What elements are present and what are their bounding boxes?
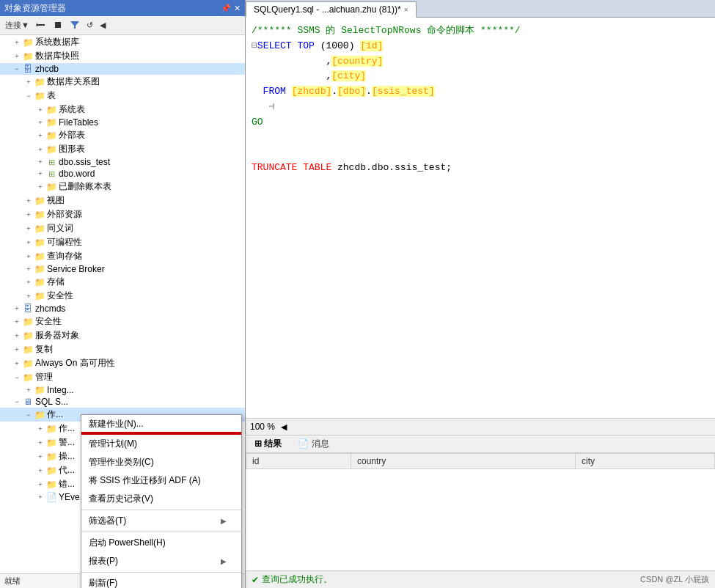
close-panel-icon[interactable]: ✕ bbox=[234, 4, 241, 13]
branding: CSDN @ZL 小屁孩 bbox=[640, 574, 709, 585]
menu-view-history[interactable]: 查看历史记录(V) bbox=[81, 490, 241, 508]
tree-item-sys-db[interactable]: + 📁 系统数据库 bbox=[0, 35, 245, 49]
tree-item-views[interactable]: + 📁 视图 bbox=[0, 194, 245, 207]
folder-icon: 📁 bbox=[34, 196, 45, 206]
toggle-icon[interactable]: + bbox=[12, 51, 22, 62]
tree-item-graph-tables[interactable]: + 📁 图形表 bbox=[0, 142, 245, 156]
sql-editor[interactable]: /****** SSMS 的 SelectTopNRows 命令的脚本 ****… bbox=[246, 18, 715, 418]
tree-label: 作... bbox=[59, 422, 75, 435]
toggle-icon[interactable]: + bbox=[35, 466, 45, 476]
toggle-icon[interactable]: − bbox=[12, 372, 22, 383]
folder-icon: 📁 bbox=[45, 479, 57, 490]
toggle-icon[interactable]: − bbox=[12, 64, 22, 74]
tree-item-db-diagram[interactable]: + 📁 数据库关系图 bbox=[0, 75, 245, 89]
toggle-icon[interactable]: + bbox=[35, 144, 45, 155]
tree-item-storage[interactable]: + 📁 存储 bbox=[0, 275, 245, 289]
results-tab-message[interactable]: 📄 消息 bbox=[292, 436, 334, 452]
toggle-icon[interactable]: + bbox=[23, 238, 34, 248]
toggle-icon[interactable]: + bbox=[23, 291, 34, 301]
toggle-icon[interactable]: + bbox=[23, 264, 34, 274]
menu-manage-category[interactable]: 管理作业类别(C) bbox=[81, 453, 241, 471]
tree-label: SQL S... bbox=[35, 397, 68, 407]
zoom-slider-icon[interactable]: ◀ bbox=[281, 422, 287, 432]
back-button[interactable]: ◀ bbox=[98, 20, 108, 31]
tree-item-server-obj[interactable]: + 📁 服务器对象 bbox=[0, 328, 245, 342]
toggle-icon[interactable]: + bbox=[23, 196, 34, 206]
tree-item-query-store[interactable]: + 📁 查询存储 bbox=[0, 249, 245, 263]
pin-icon[interactable]: 📌 bbox=[221, 4, 231, 13]
tree-item-zhcmds[interactable]: + 🗄 zhcmds bbox=[0, 303, 245, 315]
success-icon: ✔ bbox=[252, 575, 259, 585]
toggle-icon[interactable]: + bbox=[35, 438, 45, 448]
toggle-icon[interactable]: + bbox=[12, 317, 22, 327]
tree-item-zhcdb[interactable]: − 🗄 zhcdb bbox=[0, 63, 245, 75]
menu-report[interactable]: 报表(P) ▶ bbox=[81, 552, 241, 570]
tree-item-sql-server-agent[interactable]: − 🖥 SQL S... bbox=[0, 396, 245, 408]
toggle-icon[interactable]: + bbox=[23, 277, 34, 287]
toggle-icon[interactable]: − bbox=[12, 397, 22, 407]
menu-filter[interactable]: 筛选器(T) ▶ bbox=[81, 512, 241, 530]
toggle-icon[interactable]: + bbox=[23, 224, 34, 234]
tree-label: dbo.ssis_test bbox=[59, 157, 110, 167]
toggle-icon[interactable]: + bbox=[12, 37, 22, 48]
tree-item-snapshot[interactable]: + 📁 数据库快照 bbox=[0, 49, 245, 63]
tree-label: Service Broker bbox=[47, 264, 105, 274]
tree-item-always-on[interactable]: + 📁 Always On 高可用性 bbox=[0, 356, 245, 370]
toggle-icon[interactable]: + bbox=[12, 345, 22, 355]
filter-button[interactable] bbox=[67, 19, 82, 32]
menu-new-job[interactable]: 新建作业(N)... bbox=[81, 415, 241, 435]
folder-icon: 📁 bbox=[45, 182, 57, 192]
tree-item-external-tables[interactable]: + 📁 外部表 bbox=[0, 128, 245, 142]
stop-button[interactable] bbox=[51, 19, 65, 32]
tree-item-filetables[interactable]: + 📁 FileTables bbox=[0, 117, 245, 128]
tree-item-security[interactable]: + 📁 安全性 bbox=[0, 289, 245, 303]
tree-item-tables[interactable]: − 📁 表 bbox=[0, 89, 245, 103]
menu-migrate-ssis[interactable]: 将 SSIS 作业迁移到 ADF (A) bbox=[81, 471, 241, 490]
toggle-icon[interactable]: + bbox=[23, 385, 34, 395]
toggle-icon[interactable]: − bbox=[23, 410, 34, 420]
tree-item-ssis-test[interactable]: + ⊞ dbo.ssis_test bbox=[0, 156, 245, 168]
panel-title: 对象资源管理器 bbox=[4, 2, 66, 15]
toggle-icon[interactable]: + bbox=[35, 182, 45, 192]
toggle-icon[interactable]: + bbox=[23, 251, 34, 262]
active-tab[interactable]: SQLQuery1.sql - ...aichuan.zhu (81))* × bbox=[246, 1, 417, 18]
tab-close-button[interactable]: × bbox=[404, 6, 408, 14]
toggle-icon[interactable]: + bbox=[12, 304, 22, 314]
toggle-icon[interactable]: + bbox=[35, 105, 45, 115]
toggle-icon[interactable]: + bbox=[35, 492, 45, 502]
toggle-icon[interactable]: + bbox=[23, 77, 34, 87]
toggle-icon[interactable]: + bbox=[35, 424, 45, 434]
toggle-icon[interactable]: + bbox=[35, 117, 45, 128]
toggle-icon[interactable]: + bbox=[12, 331, 22, 341]
tree-item-management[interactable]: − 📁 管理 bbox=[0, 370, 245, 384]
tree-item-service-broker[interactable]: + 📁 Service Broker bbox=[0, 263, 245, 275]
menu-manage-plan[interactable]: 管理计划(M) bbox=[81, 435, 241, 453]
toggle-icon[interactable]: + bbox=[35, 452, 45, 462]
toggle-icon[interactable]: + bbox=[35, 131, 45, 141]
tree-item-synonyms[interactable]: + 📁 同义词 bbox=[0, 221, 245, 235]
folder-icon: 📁 bbox=[34, 238, 45, 248]
tree-item-sys-tables[interactable]: + 📁 系统表 bbox=[0, 103, 245, 117]
toggle-icon[interactable]: + bbox=[35, 157, 45, 167]
menu-item-label: 启动 PowerShell(H) bbox=[89, 537, 166, 549]
tree-item-dbo-word[interactable]: + ⊞ dbo.word bbox=[0, 168, 245, 180]
tree-item-programmability[interactable]: + 📁 可编程性 bbox=[0, 235, 245, 249]
results-tab-result[interactable]: ⊞ 结果 bbox=[249, 436, 287, 452]
tree-item-deleted[interactable]: + 📁 已删除账本表 bbox=[0, 180, 245, 194]
disconnect-button[interactable] bbox=[34, 19, 48, 32]
tree-label: 安全性 bbox=[35, 315, 62, 328]
tree-item-external-res[interactable]: + 📁 外部资源 bbox=[0, 207, 245, 221]
tree-item-replication[interactable]: + 📁 复制 bbox=[0, 342, 245, 356]
connect-button[interactable]: 连接▼ bbox=[3, 19, 32, 32]
toggle-icon[interactable]: + bbox=[35, 479, 45, 490]
tree-item-integ[interactable]: + 📁 Integ... bbox=[0, 384, 245, 396]
toggle-icon[interactable]: + bbox=[12, 359, 22, 369]
toggle-icon[interactable]: − bbox=[23, 91, 34, 101]
menu-refresh[interactable]: 刷新(F) bbox=[81, 574, 241, 588]
tree-item-security-top[interactable]: + 📁 安全性 bbox=[0, 315, 245, 328]
menu-powershell[interactable]: 启动 PowerShell(H) bbox=[81, 534, 241, 552]
refresh-button[interactable]: ↺ bbox=[84, 20, 95, 31]
toggle-icon[interactable]: + bbox=[23, 210, 34, 220]
folder-icon: 📁 bbox=[34, 77, 45, 87]
toggle-icon[interactable]: + bbox=[35, 169, 45, 179]
